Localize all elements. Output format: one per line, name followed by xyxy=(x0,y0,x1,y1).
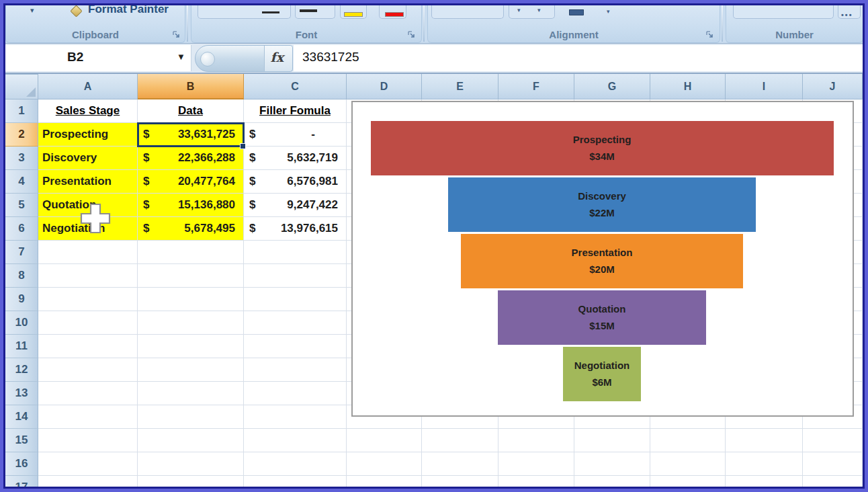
formula-input[interactable]: 33631725 xyxy=(294,45,863,71)
cell-C16[interactable] xyxy=(244,452,347,476)
cell-B14[interactable] xyxy=(138,405,244,429)
row-header-13[interactable]: 13 xyxy=(5,382,38,405)
cell-B9[interactable] xyxy=(138,288,244,311)
font-color-button[interactable] xyxy=(379,4,406,19)
clipboard-dialog-launcher-icon[interactable] xyxy=(172,30,181,39)
row-header-17[interactable]: 17 xyxy=(5,476,38,492)
row-header-11[interactable]: 11 xyxy=(5,335,38,358)
cell-G16[interactable] xyxy=(574,452,650,476)
cell-E17[interactable] xyxy=(422,476,498,492)
cell-A15[interactable] xyxy=(38,429,138,452)
cell-A9[interactable] xyxy=(38,288,138,311)
cell-F15[interactable] xyxy=(498,429,574,452)
cell-C3[interactable]: $5,632,719 xyxy=(244,147,347,170)
font-style-buttons[interactable] xyxy=(198,4,291,19)
cell-G17[interactable] xyxy=(574,476,650,492)
cell-D15[interactable] xyxy=(347,429,422,452)
alignment-dialog-launcher-icon[interactable] xyxy=(705,30,714,39)
row-header-2[interactable]: 2 xyxy=(5,123,38,147)
cell-E16[interactable] xyxy=(422,452,498,476)
cell-C11[interactable] xyxy=(244,335,347,358)
cell-C8[interactable] xyxy=(244,264,347,288)
row-header-15[interactable]: 15 xyxy=(5,429,38,452)
vertical-align-buttons[interactable] xyxy=(431,4,504,19)
column-header-H[interactable]: H xyxy=(650,74,726,99)
cell-C17[interactable] xyxy=(244,476,347,492)
cell-B1[interactable]: Data xyxy=(138,99,244,123)
fill-handle[interactable] xyxy=(240,143,246,149)
cell-B10[interactable] xyxy=(138,311,244,335)
cell-C13[interactable] xyxy=(244,382,347,405)
fill-color-button[interactable] xyxy=(340,4,367,19)
row-header-12[interactable]: 12 xyxy=(5,358,38,382)
cell-I17[interactable] xyxy=(726,476,803,492)
cell-C12[interactable] xyxy=(244,358,347,382)
funnel-bar-discovery[interactable]: Discovery$22M xyxy=(448,177,756,232)
orientation-buttons[interactable]: ▾ ▾ xyxy=(509,4,555,19)
cell-A12[interactable] xyxy=(38,358,138,382)
cell-D17[interactable] xyxy=(347,476,422,492)
select-all-button[interactable] xyxy=(5,74,38,99)
row-header-10[interactable]: 10 xyxy=(5,311,38,335)
cell-I16[interactable] xyxy=(726,452,803,476)
cell-B16[interactable] xyxy=(138,452,244,476)
cell-B4[interactable]: $20,477,764 xyxy=(138,170,244,194)
cell-F16[interactable] xyxy=(498,452,574,476)
cell-A10[interactable] xyxy=(38,311,138,335)
cell-J16[interactable] xyxy=(803,452,863,476)
paste-dropdown-caret-icon[interactable]: ▾ xyxy=(30,6,34,15)
cell-E15[interactable] xyxy=(422,429,498,452)
funnel-bar-prospecting[interactable]: Prospecting$34M xyxy=(371,121,834,175)
row-header-14[interactable]: 14 xyxy=(5,405,38,429)
cell-C15[interactable] xyxy=(244,429,347,452)
cell-C5[interactable]: $9,247,422 xyxy=(244,194,347,217)
cell-G15[interactable] xyxy=(574,429,650,452)
merge-caret-icon[interactable]: ▾ xyxy=(607,8,610,15)
cell-B17[interactable] xyxy=(138,476,244,492)
number-style-buttons[interactable]: ••• xyxy=(838,4,861,19)
cell-A16[interactable] xyxy=(38,452,138,476)
cell-J17[interactable] xyxy=(803,476,863,492)
cell-B5[interactable]: $15,136,880 xyxy=(138,194,244,217)
cell-A7[interactable] xyxy=(38,241,138,264)
cell-C10[interactable] xyxy=(244,311,347,335)
cell-C7[interactable] xyxy=(244,241,347,264)
column-header-G[interactable]: G xyxy=(574,74,650,99)
row-header-8[interactable]: 8 xyxy=(5,264,38,288)
funnel-bar-negotiation[interactable]: Negotiation$6M xyxy=(563,347,641,401)
row-header-9[interactable]: 9 xyxy=(5,288,38,311)
cell-A2[interactable]: Prospecting xyxy=(38,123,138,147)
cell-H16[interactable] xyxy=(650,452,726,476)
cell-A4[interactable]: Presentation xyxy=(38,170,138,194)
cell-D16[interactable] xyxy=(347,452,422,476)
cell-H17[interactable] xyxy=(650,476,726,492)
column-header-B[interactable]: B xyxy=(138,74,244,99)
column-header-E[interactable]: E xyxy=(422,74,498,99)
cell-H15[interactable] xyxy=(650,429,726,452)
column-header-J[interactable]: J xyxy=(803,74,863,99)
cell-A3[interactable]: Discovery xyxy=(38,147,138,170)
column-header-A[interactable]: A xyxy=(38,74,138,99)
cell-B3[interactable]: $22,366,288 xyxy=(138,147,244,170)
funnel-chart[interactable]: Prospecting$34MDiscovery$22MPresentation… xyxy=(351,101,854,417)
font-dialog-launcher-icon[interactable] xyxy=(407,30,416,39)
cell-C1[interactable]: Filler Fomula xyxy=(244,99,347,123)
cell-B11[interactable] xyxy=(138,335,244,358)
column-header-C[interactable]: C xyxy=(244,74,347,99)
borders-button[interactable] xyxy=(295,4,335,19)
cell-J15[interactable] xyxy=(803,429,863,452)
cell-A8[interactable] xyxy=(38,264,138,288)
insert-function-button[interactable]: fx xyxy=(264,46,292,71)
name-box[interactable]: B2 ▼ xyxy=(5,45,191,71)
merge-center-icon[interactable] xyxy=(569,9,584,15)
row-header-4[interactable]: 4 xyxy=(5,170,38,194)
cell-B8[interactable] xyxy=(138,264,244,288)
funnel-bar-presentation[interactable]: Presentation$20M xyxy=(461,234,743,288)
cell-I15[interactable] xyxy=(726,429,803,452)
column-header-D[interactable]: D xyxy=(347,74,422,99)
format-painter-button[interactable]: Format Painter xyxy=(88,3,169,16)
cell-B13[interactable] xyxy=(138,382,244,405)
row-header-7[interactable]: 7 xyxy=(5,241,38,264)
cell-A13[interactable] xyxy=(38,382,138,405)
cell-C6[interactable]: $13,976,615 xyxy=(244,217,347,241)
